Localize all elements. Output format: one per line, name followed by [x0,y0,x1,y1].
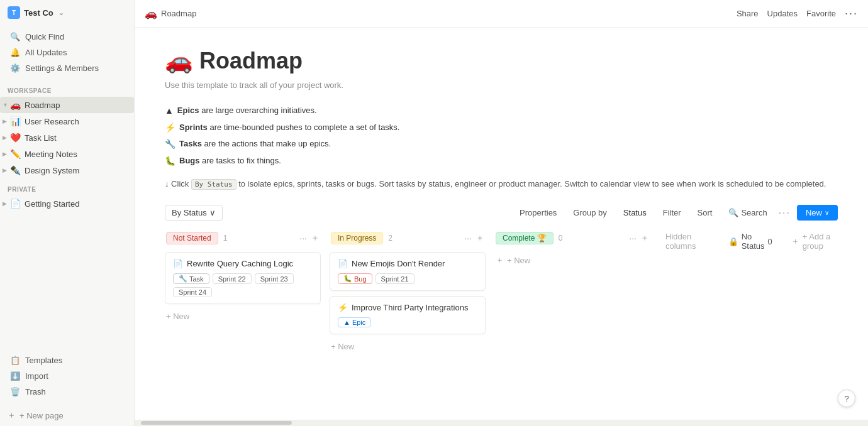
add-group-button[interactable]: ＋ + Add a group [791,229,838,251]
task-list-icon: ❤️ [10,133,21,143]
new-button[interactable]: New ∨ [797,205,838,221]
card-rewrite-query[interactable]: 📄 Rewrite Query Caching Logic 🔧 Task Spr… [165,252,321,304]
tag-bug[interactable]: 🐛 Bug [338,273,372,284]
sidebar-item-design-system[interactable]: ▶ ✒️ Design System [0,162,134,178]
design-system-icon: ✒️ [10,165,21,175]
all-updates-icon: 🔔 [10,48,20,57]
in-progress-more-button[interactable]: ··· [464,233,472,243]
board-toolbar-left: By Status ∨ [165,205,223,221]
in-progress-badge: In Progress [331,232,383,244]
sidebar-item-getting-started[interactable]: ▶ 📄 Getting Started [0,195,134,212]
tag-sprint21[interactable]: Sprint 21 [376,273,415,284]
sidebar-item-trash[interactable]: 🗑️ Trash [5,384,129,400]
sidebar-item-all-updates[interactable]: 🔔 All Updates [5,45,129,60]
user-research-label: User Research [25,117,79,126]
topbar-left: 🚗 Roadmap [145,8,196,19]
sprints-text: Sprints are time-bounded pushes to compl… [179,120,399,136]
more-button[interactable]: ··· [845,7,858,20]
card-new-emojis[interactable]: 📄 New Emojis Don't Render 🐛 Bug Sprint 2… [330,252,486,291]
not-started-count: 1 [223,234,228,243]
task-list-label: Task List [25,133,57,143]
sidebar-bottom: 📋 Templates ⬇️ Import 🗑️ Trash [0,347,134,405]
settings-label: Settings & Members [25,63,99,73]
card-title-text: New Emojis Don't Render [352,259,445,268]
column-not-started: Not Started 1 ··· ＋ 📄 Rewrite Query Cach… [165,229,321,324]
new-page-button[interactable]: ＋ + New page [0,405,134,426]
hidden-col-header: Hidden columns [665,229,709,251]
complete-more-button[interactable]: ··· [629,233,637,243]
tag-sprint24[interactable]: Sprint 24 [173,287,212,297]
new-button-chevron-icon: ∨ [825,209,829,216]
epics-icon: ▲ [165,102,174,119]
complete-add-button[interactable]: ＋ [640,232,649,244]
column-header-not-started: Not Started 1 ··· ＋ [165,229,321,247]
card-improve-integrations[interactable]: ⚡ Improve Third Party Integrations ▲ Epi… [330,296,486,334]
sidebar-item-quick-find[interactable]: 🔍 Quick Find [5,29,129,45]
sidebar-item-settings[interactable]: ⚙️ Settings & Members [5,60,129,76]
settings-icon: ⚙️ [10,63,20,73]
sidebar: T Test Co ⌄ 🔍 Quick Find 🔔 All Updates ⚙… [0,0,135,426]
card-title: 📄 Rewrite Query Caching Logic [173,259,313,268]
task-tag-icon: 🔧 [179,275,187,283]
group-by-text: Group by [568,205,611,220]
new-page-label: + New page [19,411,64,420]
scrollbar-thumb[interactable] [141,421,292,425]
templates-icon: 📋 [10,356,20,365]
sidebar-item-task-list[interactable]: ▶ ❤️ Task List [0,129,134,146]
not-started-badge: Not Started [166,232,218,244]
filter-button[interactable]: Filter [658,205,686,220]
complete-add-new[interactable]: ＋ + New [494,252,650,268]
sidebar-item-templates[interactable]: 📋 Templates [5,352,129,368]
workspace-section-label: WORKSPACE [0,80,134,97]
updates-button[interactable]: Updates [767,9,798,18]
not-started-more-button[interactable]: ··· [299,233,307,243]
no-status-header: 🔒 No Status 0 [728,229,772,251]
tag-epic[interactable]: ▲ Epic [338,317,371,327]
expand-icon: ▶ [3,200,7,207]
in-progress-add-button[interactable]: ＋ [476,232,484,244]
epics-bold: Epics are large overarching initiatives. [177,103,317,119]
help-button[interactable]: ? [838,390,855,407]
desc-tasks: 🔧 Tasks are the actions that make up epi… [165,136,838,153]
status-button[interactable]: Status [618,205,652,220]
sort-button[interactable]: Sort [693,205,718,220]
desc-sprints: ⚡ Sprints are time-bounded pushes to com… [165,119,838,136]
horizontal-scrollbar[interactable] [135,420,868,426]
tag-label: Task [189,275,204,283]
properties-button[interactable]: Properties [515,205,562,220]
card-doc-icon: 📄 [338,259,348,268]
column-header-complete: Complete 🏆 0 ··· ＋ [494,229,650,247]
card-title: 📄 New Emojis Don't Render [338,259,477,268]
sidebar-item-import[interactable]: ⬇️ Import [5,368,129,384]
group-by-label: By Status [172,208,207,217]
bugs-icon: 🐛 [165,153,175,170]
share-button[interactable]: Share [737,9,759,18]
not-started-add-new[interactable]: + New [165,309,321,324]
toolbar-more-button[interactable]: ··· [779,207,791,219]
complete-count: 0 [559,234,563,243]
tag-label: Bug [354,275,367,283]
sidebar-item-meeting-notes[interactable]: ▶ ✏️ Meeting Notes [0,146,134,162]
favorite-button[interactable]: Favorite [806,9,836,18]
board: Not Started 1 ··· ＋ 📄 Rewrite Query Cach… [165,229,838,364]
import-icon: ⬇️ [10,371,20,381]
workspace-items: ▼ 🚗 Roadmap ▶ 📊 User Research ▶ ❤️ Task … [0,97,134,178]
sidebar-item-user-research[interactable]: ▶ 📊 User Research [0,113,134,129]
sidebar-item-roadmap[interactable]: ▼ 🚗 Roadmap [0,97,134,113]
topbar-page-icon: 🚗 [145,8,157,19]
workspace-header[interactable]: T Test Co ⌄ [0,0,134,25]
in-progress-add-new[interactable]: + New [330,339,486,354]
not-started-add-button[interactable]: ＋ [311,232,320,244]
sidebar-nav-top: 🔍 Quick Find 🔔 All Updates ⚙️ Settings &… [0,25,134,80]
topbar: 🚗 Roadmap Share Updates Favorite ··· [135,0,868,28]
workspace-icon: T [8,6,20,19]
tag-sprint23[interactable]: Sprint 23 [255,273,294,284]
by-status-badge[interactable]: By Status [191,179,236,190]
tasks-icon: 🔧 [165,136,175,153]
group-by-button[interactable]: By Status ∨ [165,205,223,221]
column-complete: Complete 🏆 0 ··· ＋ ＋ + New [494,229,650,268]
meeting-notes-label: Meeting Notes [25,150,77,159]
tag-sprint22[interactable]: Sprint 22 [213,273,252,284]
search-button[interactable]: 🔍 Search [723,205,772,220]
tag-task[interactable]: 🔧 Task [173,273,209,284]
